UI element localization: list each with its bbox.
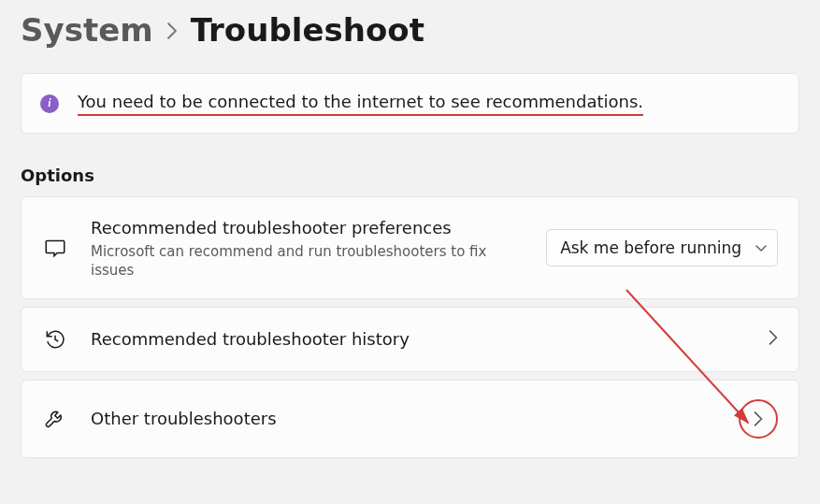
chevron-right-icon bbox=[769, 330, 778, 349]
chevron-right-icon bbox=[166, 22, 178, 43]
card-troubleshooter-preferences: Recommended troubleshooter preferences M… bbox=[21, 196, 799, 299]
info-icon: i bbox=[40, 94, 59, 113]
card-other-troubleshooters[interactable]: Other troubleshooters bbox=[21, 380, 799, 458]
preferences-dropdown[interactable]: Ask me before running bbox=[546, 229, 778, 266]
section-title-options: Options bbox=[21, 166, 799, 185]
info-banner-text: You need to be connected to the internet… bbox=[78, 91, 643, 116]
info-banner: i You need to be connected to the intern… bbox=[21, 73, 799, 134]
chevron-right-icon bbox=[739, 399, 778, 439]
card-title: Recommended troubleshooter preferences bbox=[91, 216, 524, 239]
wrench-icon bbox=[42, 406, 68, 432]
dropdown-value: Ask me before running bbox=[560, 238, 741, 257]
card-troubleshooter-history[interactable]: Recommended troubleshooter history bbox=[21, 307, 799, 372]
card-title: Other troubleshooters bbox=[91, 407, 716, 430]
page-title: Troubleshoot bbox=[191, 11, 424, 49]
history-icon bbox=[42, 326, 68, 353]
breadcrumb: System Troubleshoot bbox=[21, 11, 799, 49]
chat-icon bbox=[42, 235, 68, 261]
chevron-down-icon bbox=[755, 238, 768, 257]
card-title: Recommended troubleshooter history bbox=[91, 327, 746, 351]
breadcrumb-parent-system[interactable]: System bbox=[21, 11, 153, 49]
card-subtitle: Microsoft can recommend and run troubles… bbox=[91, 242, 493, 281]
